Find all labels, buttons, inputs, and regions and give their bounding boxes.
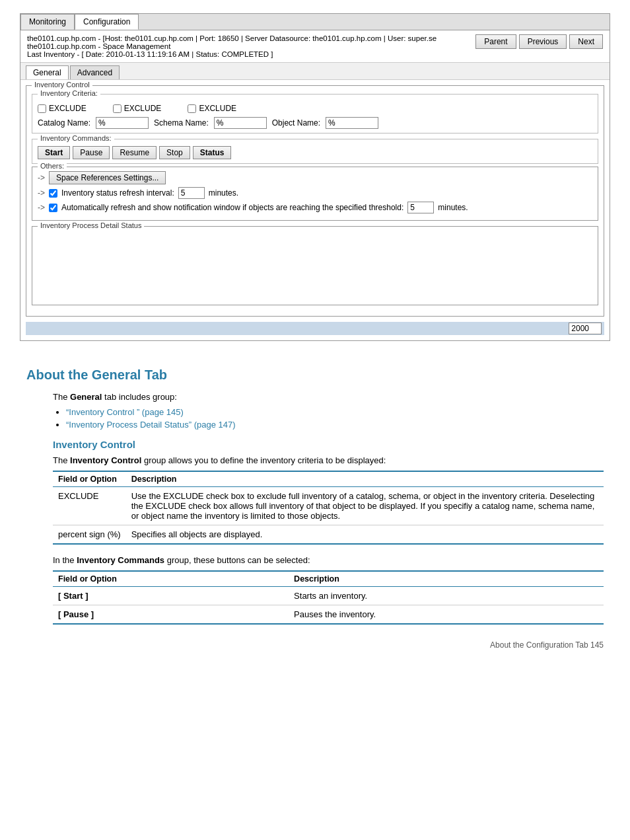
panel-header: the0101.cup.hp.com - [Host: the0101.cup.…: [20, 30, 610, 63]
inventory-control-label: Inventory Control: [32, 81, 92, 89]
doc-ic-start: The: [53, 455, 67, 465]
tab-monitoring[interactable]: Monitoring: [20, 14, 75, 30]
status-button[interactable]: Status: [193, 146, 232, 159]
table1-col1-header: Field or Option: [53, 471, 126, 487]
inventory-process-label: Inventory Process Detail Status: [38, 221, 144, 229]
exclude-item-1: EXCLUDE: [38, 104, 87, 113]
exclude-item-2: EXCLUDE: [113, 104, 162, 113]
doc-ic-rest: group allows you to define the inventory…: [144, 455, 386, 465]
parent-button[interactable]: Parent: [475, 34, 516, 49]
field-row: Catalog Name: Schema Name: Object Name:: [38, 117, 592, 129]
header-text: the0101.cup.hp.com - [Host: the0101.cup.…: [27, 34, 475, 58]
sub-tab-general[interactable]: General: [26, 65, 69, 79]
doc-body: The General tab includes group: “Invento…: [53, 392, 604, 650]
exclude-checkbox-2[interactable]: [113, 104, 122, 113]
doc-ic-bold: Inventory Control: [70, 455, 141, 465]
header-line2: the0101.cup.hp.com - Space Management: [27, 42, 475, 50]
resume-button[interactable]: Resume: [112, 146, 157, 159]
doc-bullet-2: “Inventory Process Detail Status” (page …: [66, 420, 604, 430]
schema-name-label: Schema Name:: [154, 118, 209, 128]
exclude-label-2: EXCLUDE: [124, 104, 162, 113]
exclude-label-1: EXCLUDE: [49, 104, 87, 113]
doc-bullets: “Inventory Control ” (page 145) “Invento…: [66, 407, 604, 430]
bottom-bar: [26, 322, 604, 335]
table-cell-field: [ Start ]: [53, 587, 289, 605]
inventory-criteria-group: Inventory Criteria: EXCLUDE EXCLUDE EXCL…: [32, 94, 598, 134]
doc-commands-rest: group, these buttons can be selected:: [167, 555, 310, 565]
header-line1: the0101.cup.hp.com - [Host: the0101.cup.…: [27, 34, 475, 42]
table1-col2-header: Description: [126, 471, 604, 487]
sub-tab-advanced[interactable]: Advanced: [70, 65, 120, 79]
previous-button[interactable]: Previous: [519, 34, 567, 49]
inventory-commands-group: Inventory Commands: Start Pause Resume S…: [32, 139, 598, 164]
bottom-value-input[interactable]: [569, 323, 602, 334]
doc-table-2: Field or Option Description [ Start ]Sta…: [53, 570, 604, 625]
doc-commands-start: In the: [53, 555, 75, 565]
auto-refresh-label: Automatically refresh and show notificat…: [61, 203, 403, 212]
exclude-label-3: EXCLUDE: [199, 104, 236, 113]
nav-buttons: Parent Previous Next: [475, 34, 603, 49]
doc-ic-desc: The Inventory Control group allows you t…: [53, 455, 604, 465]
start-button[interactable]: Start: [38, 146, 70, 159]
exclude-row: EXCLUDE EXCLUDE EXCLUDE: [38, 104, 592, 113]
table-cell-desc: Starts an inventory.: [289, 587, 604, 605]
doc-footer: About the Configuration Tab 145: [53, 638, 604, 650]
doc-intro-para: The General tab includes group:: [53, 392, 604, 402]
table2-col1-header: Field or Option: [53, 571, 289, 587]
others-label: Others:: [38, 162, 67, 170]
table-cell-field: percent sign (%): [53, 525, 126, 545]
next-button[interactable]: Next: [569, 34, 603, 49]
documentation-section: About the General Tab The General tab in…: [0, 354, 630, 663]
refresh-interval-row: -> Inventory status refresh interval: mi…: [38, 187, 592, 199]
refresh-unit: minutes.: [209, 188, 238, 198]
doc-bullet-1: “Inventory Control ” (page 145): [66, 407, 604, 417]
object-name-label: Object Name:: [272, 118, 320, 128]
table-row: [ Start ]Starts an inventory.: [53, 587, 604, 605]
arrow-icon-1: ->: [38, 173, 45, 182]
auto-refresh-unit: minutes.: [438, 203, 468, 212]
table-cell-field: EXCLUDE: [53, 487, 126, 525]
inventory-criteria-label: Inventory Criteria:: [38, 89, 100, 97]
space-references-row: -> Space References Settings...: [38, 171, 592, 184]
doc-intro-start: The: [53, 392, 67, 402]
ui-panel: Monitoring Configuration the0101.cup.hp.…: [20, 13, 610, 341]
exclude-checkbox-3[interactable]: [188, 104, 196, 113]
pause-button[interactable]: Pause: [73, 146, 110, 159]
tab-configuration[interactable]: Configuration: [75, 14, 139, 30]
doc-table-1: Field or Option Description EXCLUDEUse t…: [53, 471, 604, 545]
bullet-1-link[interactable]: “Inventory Control ” (page 145): [66, 407, 184, 417]
inventory-commands-label: Inventory Commands:: [38, 134, 114, 142]
schema-name-input[interactable]: [214, 117, 267, 129]
table2-col2-header: Description: [289, 571, 604, 587]
table-cell-field: [ Pause ]: [53, 605, 289, 625]
refresh-checkbox[interactable]: [49, 189, 57, 198]
table-cell-desc: Specifies all objects are displayed.: [126, 525, 604, 545]
sub-tab-bar: General Advanced: [20, 63, 610, 80]
doc-intro-bold: General: [70, 392, 102, 402]
arrow-icon-2: ->: [38, 188, 45, 198]
doc-commands-bold: Inventory Commands: [77, 555, 164, 565]
stop-button[interactable]: Stop: [159, 146, 190, 159]
doc-h2-inventory: Inventory Control: [53, 439, 604, 450]
inventory-process-section: Inventory Process Detail Status: [32, 226, 598, 305]
main-tab-bar: Monitoring Configuration: [20, 14, 610, 30]
exclude-checkbox-1[interactable]: [38, 104, 46, 113]
commands-row: Start Pause Resume Stop Status: [38, 146, 592, 159]
auto-refresh-checkbox[interactable]: [49, 204, 57, 212]
doc-h1: About the General Tab: [26, 367, 604, 383]
arrow-icon-3: ->: [38, 203, 45, 212]
space-references-button[interactable]: Space References Settings...: [49, 171, 166, 184]
refresh-value-input[interactable]: [178, 187, 205, 199]
table-row: [ Pause ]Pauses the inventory.: [53, 605, 604, 625]
refresh-label: Inventory status refresh interval:: [61, 188, 174, 198]
object-name-input[interactable]: [326, 117, 378, 129]
header-line3: Last Inventory - [ Date: 2010-01-13 11:1…: [27, 50, 475, 58]
table-cell-desc: Pauses the inventory.: [289, 605, 604, 625]
catalog-name-label: Catalog Name:: [38, 118, 90, 128]
panel-content: Inventory Control Inventory Criteria: EX…: [20, 80, 610, 340]
bullet-2-link[interactable]: “Inventory Process Detail Status” (page …: [66, 420, 236, 430]
auto-refresh-row: -> Automatically refresh and show notifi…: [38, 202, 592, 213]
inventory-control-group: Inventory Control Inventory Criteria: EX…: [26, 85, 604, 317]
auto-refresh-value-input[interactable]: [407, 202, 434, 213]
catalog-name-input[interactable]: [96, 117, 149, 129]
